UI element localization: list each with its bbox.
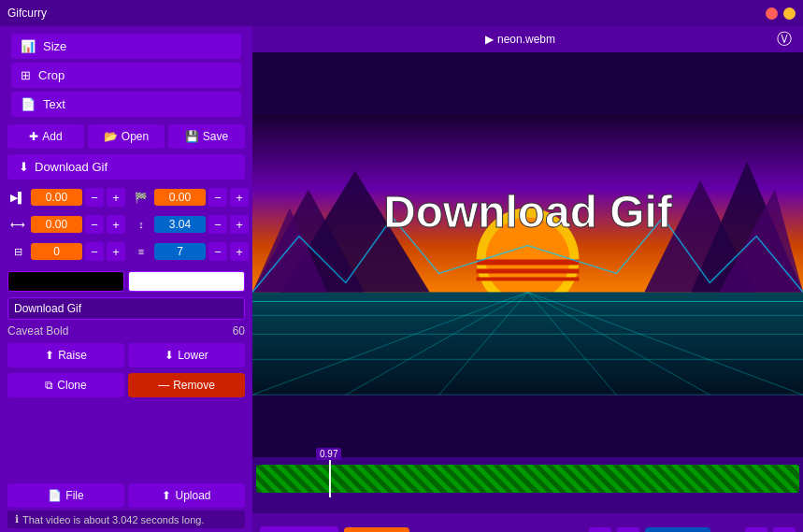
height-dec-button[interactable]: −	[208, 215, 227, 234]
timeline-marker-label: 0.97	[316, 448, 341, 460]
height-input[interactable]	[154, 216, 206, 233]
video-bg-svg: Download Gif	[252, 52, 803, 457]
text-overlay-input[interactable]	[7, 297, 245, 320]
upload-icon: ⬆	[162, 489, 171, 502]
bar-chart-icon: 📊	[21, 39, 36, 53]
text-tab[interactable]: 📄 Text	[11, 92, 241, 117]
left-bottom: 📄 File ⬆ Upload ℹ That video is about 3.…	[0, 480, 252, 532]
frame-icon: ⊟	[7, 241, 28, 262]
upload-button[interactable]: ⬆ Upload	[128, 483, 245, 508]
timeline-area: 0.97 ⏸ Pause − + − +	[252, 457, 803, 532]
end-dec-button[interactable]: −	[208, 188, 227, 207]
width-icon: ⟷	[7, 214, 28, 235]
left-panel: 📊 Size ⊞ Crop 📄 Text ✚ Add 📂 Open 💾	[0, 26, 252, 532]
tab-buttons: 📊 Size ⊞ Crop 📄 Text	[0, 26, 252, 121]
clone-button[interactable]: ⧉ Clone	[7, 373, 124, 397]
frame-input[interactable]	[31, 243, 82, 260]
controls-section: ▶▌ − + 🏁 − + ⟷ − + ↕ − +	[0, 181, 252, 267]
clone-remove-row: ⧉ Clone — Remove	[0, 370, 252, 400]
logo-icon: Ⓥ	[777, 30, 792, 50]
start-dec-button[interactable]: −	[85, 188, 104, 207]
info-icon: ℹ	[15, 513, 19, 525]
right-panel: ▶ neon.webm Ⓥ	[252, 26, 803, 532]
layers-inc-button[interactable]: +	[230, 242, 249, 261]
font-size-label: 60	[233, 324, 245, 338]
frame-dec-button[interactable]: −	[85, 242, 104, 261]
end-slider-dec[interactable]: −	[745, 527, 767, 532]
download-gif-header: ⬇ Download Gif	[7, 154, 245, 180]
open-button[interactable]: 📂 Open	[88, 124, 165, 149]
window-controls	[766, 7, 796, 20]
layers-input[interactable]	[154, 243, 206, 260]
height-inc-button[interactable]: +	[230, 215, 249, 234]
pause-button[interactable]: ⏸ Pause	[260, 526, 338, 532]
start-time-input[interactable]	[31, 189, 82, 206]
remove-icon: —	[158, 379, 169, 392]
control-row-1: ▶▌ − + 🏁 − +	[7, 185, 245, 209]
titlebar: Gifcurry	[0, 0, 803, 26]
file-button[interactable]: 📄 File	[7, 483, 124, 508]
end-inc-button[interactable]: +	[230, 188, 249, 207]
app-title: Gifcurry	[7, 7, 47, 20]
frame-inc-button[interactable]: +	[107, 242, 125, 261]
play-icon: ▶▌	[7, 187, 28, 208]
end-time-slider-input[interactable]	[645, 527, 710, 532]
close-button[interactable]	[766, 7, 778, 20]
svg-text:Download Gif: Download Gif	[383, 187, 673, 237]
end-time-input[interactable]	[154, 189, 206, 206]
timeline-playhead	[329, 460, 331, 497]
end-slider-inc[interactable]: +	[773, 527, 796, 532]
minimize-button[interactable]	[783, 7, 796, 20]
text-icon: 📄	[21, 97, 36, 111]
plus-icon: ✚	[29, 130, 38, 143]
crop-tab[interactable]: ⊞ Crop	[11, 63, 241, 88]
black-swatch[interactable]	[7, 271, 124, 292]
video-icon: ▶	[485, 33, 494, 46]
control-row-2: ⟷ − + ↕ − +	[7, 212, 245, 237]
svg-rect-5	[477, 277, 580, 280]
size-tab[interactable]: 📊 Size	[11, 34, 241, 59]
video-header: ▶ neon.webm Ⓥ	[252, 26, 803, 52]
file-icon: 📄	[48, 489, 62, 502]
width-input[interactable]	[31, 216, 82, 233]
action-buttons: ✚ Add 📂 Open 💾 Save	[0, 121, 252, 152]
white-swatch[interactable]	[128, 271, 245, 292]
svg-rect-3	[477, 259, 580, 265]
text-input-row	[0, 295, 252, 322]
video-area: Download Gif	[252, 52, 803, 457]
lower-icon: ⬇	[165, 349, 174, 362]
layers-dec-button[interactable]: −	[208, 242, 227, 261]
folder-icon: 📂	[104, 130, 118, 143]
lower-button[interactable]: ⬇ Lower	[128, 343, 245, 367]
start-inc-button[interactable]: +	[107, 188, 125, 207]
raise-button[interactable]: ⬆ Raise	[7, 343, 124, 367]
save-button[interactable]: 💾 Save	[168, 124, 245, 149]
flag-icon: 🏁	[131, 187, 151, 208]
add-button[interactable]: ✚ Add	[7, 124, 84, 149]
download-icon: ⬇	[19, 160, 29, 174]
file-upload-row: 📄 File ⬆ Upload	[7, 483, 245, 508]
width-dec-button[interactable]: −	[85, 215, 104, 234]
timeline-track[interactable]: 0.97	[256, 465, 799, 493]
bottom-controls: ⏸ Pause − + − +	[252, 513, 803, 532]
crop-icon: ⊞	[21, 68, 31, 82]
raise-icon: ⬆	[45, 349, 54, 362]
save-icon: 💾	[185, 130, 199, 143]
layers-icon: ≡	[131, 241, 151, 262]
info-bar: ℹ That video is about 3.042 seconds long…	[7, 510, 245, 528]
height-icon: ↕	[131, 214, 151, 235]
color-swatches	[0, 267, 252, 295]
width-inc-button[interactable]: +	[107, 215, 125, 234]
font-name-label: Caveat Bold	[7, 324, 68, 338]
svg-rect-4	[477, 268, 580, 273]
clone-icon: ⧉	[45, 379, 53, 392]
start-slider-dec[interactable]: −	[589, 527, 611, 532]
start-time-slider-input[interactable]	[344, 527, 409, 532]
raise-lower-row: ⬆ Raise ⬇ Lower	[0, 340, 252, 370]
svg-rect-6	[252, 292, 803, 395]
video-title: ▶ neon.webm	[485, 33, 555, 46]
control-row-3: ⊟ − + ≡ − +	[7, 239, 245, 264]
remove-button[interactable]: — Remove	[128, 373, 245, 397]
font-info-row: Caveat Bold 60	[0, 322, 252, 340]
start-slider-inc[interactable]: +	[617, 527, 639, 532]
